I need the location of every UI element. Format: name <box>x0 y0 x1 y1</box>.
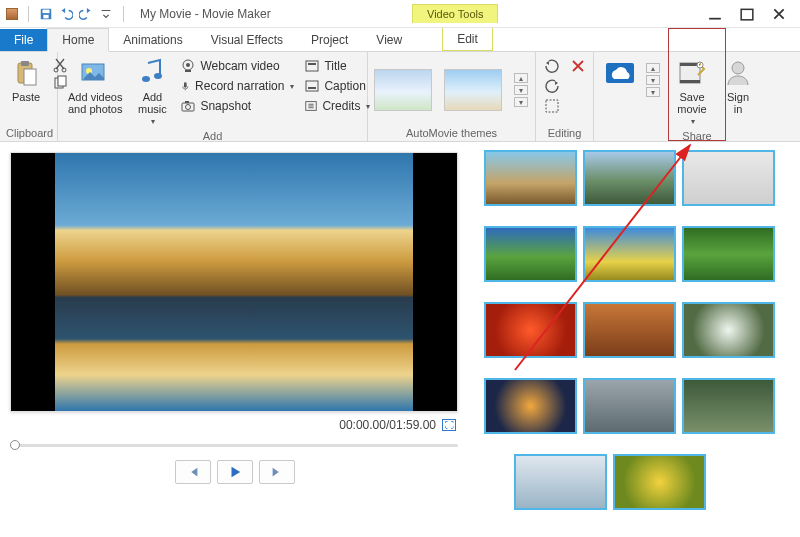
clip-thumbnail[interactable] <box>484 150 577 206</box>
svg-rect-26 <box>546 100 558 112</box>
record-dropdown-icon: ▾ <box>290 82 294 91</box>
credits-button[interactable]: Credits▾ <box>302 97 372 115</box>
svg-rect-2 <box>43 14 48 18</box>
snapshot-button[interactable]: Snapshot <box>178 97 296 115</box>
share-more-icon[interactable]: ▾ <box>646 87 660 97</box>
svg-rect-17 <box>184 82 187 87</box>
tab-project[interactable]: Project <box>297 29 362 51</box>
group-share: ▴ ▾ ▾ Save movie ▾ Sign in Share <box>594 52 800 141</box>
add-videos-label: Add videos and photos <box>68 91 122 115</box>
share-down-icon[interactable]: ▾ <box>646 75 660 85</box>
play-button[interactable] <box>217 460 253 484</box>
add-music-label: Add music <box>138 91 167 115</box>
minimize-button[interactable] <box>708 7 722 21</box>
undo-icon[interactable] <box>59 7 73 21</box>
title-button[interactable]: Title <box>302 57 372 75</box>
clip-thumbnail[interactable] <box>484 226 577 282</box>
gallery-up-icon[interactable]: ▴ <box>514 73 528 83</box>
playback-controls <box>10 452 460 484</box>
ribbon-tabs: File Home Animations Visual Effects Proj… <box>0 28 800 52</box>
svg-point-32 <box>732 62 744 74</box>
clip-thumbnail[interactable] <box>583 150 676 206</box>
rotate-left-button[interactable] <box>542 57 562 75</box>
tab-view[interactable]: View <box>362 29 416 51</box>
svg-rect-22 <box>308 63 316 65</box>
save-movie-dropdown-icon: ▾ <box>691 117 695 126</box>
add-music-button[interactable]: Add music ▾ <box>132 55 172 128</box>
next-frame-button[interactable] <box>259 460 295 484</box>
paste-button[interactable]: Paste <box>6 55 46 105</box>
prev-frame-button[interactable] <box>175 460 211 484</box>
qat-dropdown-icon[interactable] <box>99 7 113 21</box>
workspace: 00:00.00/01:59.00 ⛶ <box>0 142 800 537</box>
seek-thumb[interactable] <box>10 440 20 450</box>
group-automovie: ▴ ▾ ▾ AutoMovie themes <box>368 52 536 141</box>
tab-home[interactable]: Home <box>47 28 109 52</box>
snapshot-label: Snapshot <box>200 99 251 113</box>
window-controls <box>708 7 800 21</box>
save-icon[interactable] <box>39 7 53 21</box>
redo-icon[interactable] <box>79 7 93 21</box>
record-narration-button[interactable]: Record narration▾ <box>178 77 296 95</box>
title-label: Title <box>324 59 346 73</box>
maximize-button[interactable] <box>740 7 754 21</box>
sign-in-button[interactable]: Sign in <box>718 55 758 117</box>
onedrive-button[interactable] <box>600 55 640 91</box>
automovie-theme-1[interactable] <box>374 69 432 111</box>
clip-thumbnail[interactable] <box>682 226 775 282</box>
caption-button[interactable]: Caption <box>302 77 372 95</box>
svg-rect-24 <box>308 87 316 89</box>
video-frame <box>11 153 457 411</box>
fullscreen-button[interactable]: ⛶ <box>442 419 456 431</box>
video-player[interactable] <box>10 152 458 412</box>
paste-icon <box>10 57 42 89</box>
video-tools-context-label: Video Tools <box>412 4 498 23</box>
preview-pane: 00:00.00/01:59.00 ⛶ <box>0 142 470 537</box>
clip-thumbnail[interactable] <box>484 378 577 434</box>
gallery-down-icon[interactable]: ▾ <box>514 85 528 95</box>
clip-thumbnail[interactable] <box>583 378 676 434</box>
svg-point-14 <box>154 73 162 79</box>
clip-thumbnail[interactable] <box>613 454 706 510</box>
caption-icon <box>304 78 320 94</box>
tab-file[interactable]: File <box>0 29 47 51</box>
tab-animations[interactable]: Animations <box>109 29 196 51</box>
clip-thumbnail[interactable] <box>583 226 676 282</box>
select-all-button[interactable] <box>542 97 562 115</box>
group-share-label: Share <box>600 128 794 142</box>
close-button[interactable] <box>772 7 786 21</box>
music-icon <box>136 57 168 89</box>
remove-icon <box>570 58 586 74</box>
svg-point-16 <box>186 63 190 67</box>
rotate-right-button[interactable] <box>542 77 562 95</box>
seek-bar[interactable] <box>10 438 458 452</box>
add-videos-photos-button[interactable]: Add videos and photos <box>64 55 126 117</box>
svg-rect-20 <box>185 101 189 103</box>
clip-thumbnail[interactable] <box>514 454 607 510</box>
caption-label: Caption <box>324 79 365 93</box>
svg-rect-6 <box>24 69 36 85</box>
context-tab-group: Video Tools <box>412 4 498 23</box>
share-up-icon[interactable]: ▴ <box>646 63 660 73</box>
tab-visual-effects[interactable]: Visual Effects <box>197 29 297 51</box>
clip-thumbnail[interactable] <box>682 150 775 206</box>
storyboard-pane[interactable] <box>470 142 800 537</box>
save-movie-button[interactable]: Save movie ▾ <box>672 55 712 128</box>
svg-point-13 <box>142 76 150 82</box>
remove-button[interactable] <box>568 57 588 75</box>
seek-track <box>10 444 458 447</box>
ribbon: Paste Clipboard Add videos and photos Ad… <box>0 52 800 142</box>
automovie-theme-2[interactable] <box>444 69 502 111</box>
camera-icon <box>180 98 196 114</box>
clip-thumbnail[interactable] <box>583 302 676 358</box>
tab-edit[interactable]: Edit <box>442 28 493 51</box>
webcam-video-button[interactable]: Webcam video <box>178 57 296 75</box>
gallery-more-icon[interactable]: ▾ <box>514 97 528 107</box>
clip-thumbnail[interactable] <box>682 378 775 434</box>
webcam-label: Webcam video <box>200 59 279 73</box>
paste-label: Paste <box>12 91 40 103</box>
add-videos-icon <box>79 57 111 89</box>
clip-thumbnail[interactable] <box>682 302 775 358</box>
clip-thumbnail[interactable] <box>484 302 577 358</box>
title-icon <box>304 58 320 74</box>
